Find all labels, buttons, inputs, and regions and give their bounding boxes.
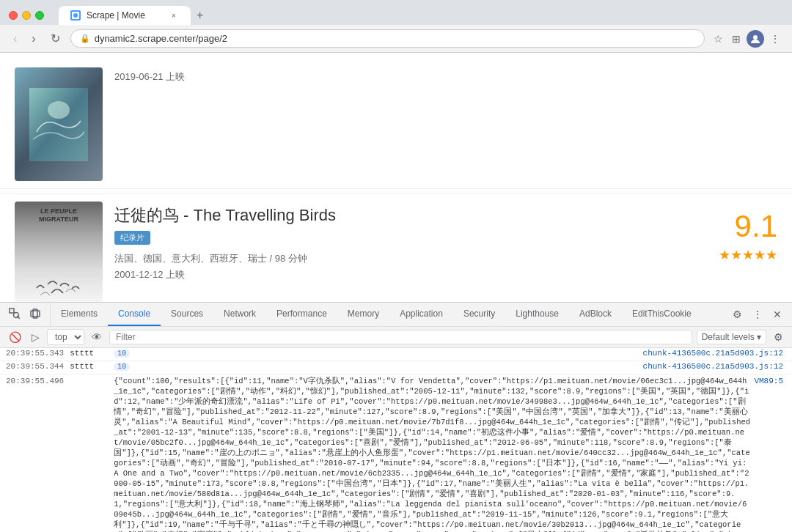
extensions-button[interactable]: ⊞ (729, 30, 744, 48)
devtools-toolbar: Elements Console Sources Network Perform… (0, 303, 792, 327)
movie-poster-2: LE PEUPLE MIGRATEUR (15, 202, 103, 302)
console-file-link[interactable]: chunk-4136500c.21a5d903.js:12 (643, 362, 792, 371)
console-clear-button[interactable]: 🚫 (6, 328, 24, 346)
tab-console[interactable]: Console (108, 303, 161, 326)
movie-title-2: 迁徙的鸟 - The Travelling Birds (114, 204, 707, 226)
movie-meta-2: 法国、德国、意大利、西班牙、瑞士 / 98 分钟 (114, 252, 707, 265)
console-vm-link[interactable]: VM89:5 (754, 377, 792, 385)
tab-network[interactable]: Network (213, 303, 266, 326)
svg-point-2 (753, 35, 758, 40)
tab-close-button[interactable]: × (169, 10, 179, 21)
traffic-lights (9, 11, 44, 20)
reload-button[interactable]: ↻ (46, 30, 65, 47)
movie-card-1: 2019-06-21 上映 (0, 60, 792, 189)
console-row-json: 20:39:55.496 {"count":100,"results":[{"i… (0, 374, 792, 532)
movie-tag-2: 纪录片 (114, 231, 150, 245)
devtools-more-button[interactable]: ⋮ (748, 304, 767, 325)
movie-info-2: 迁徙的鸟 - The Travelling Birds 纪录片 法国、德国、意大… (114, 202, 707, 302)
devtools-settings-button[interactable]: ⚙ (728, 304, 747, 325)
new-tab-button[interactable]: + (191, 6, 209, 25)
tab-editthiscookie[interactable]: EditThisCookie (622, 303, 702, 326)
movie-date-2: 2001-12-12 上映 (114, 268, 707, 281)
console-filter-toggle[interactable]: ▷ (29, 328, 43, 346)
console-settings-button[interactable]: ⚙ (771, 328, 786, 346)
nav-actions: ☆ ⊞ ⋮ (711, 30, 783, 48)
lock-icon: 🔒 (80, 34, 90, 43)
minimize-window-button[interactable] (22, 11, 31, 20)
tab-sources[interactable]: Sources (161, 303, 213, 326)
maximize-window-button[interactable] (35, 11, 44, 20)
browser-chrome: Scrape | Movie × + ‹ › ↻ 🔒 dynamic2.scra… (0, 0, 792, 53)
forward-button[interactable]: › (27, 31, 40, 47)
console-context-select[interactable]: top (47, 329, 84, 345)
movie-poster-1 (15, 67, 103, 181)
menu-button[interactable]: ⋮ (767, 30, 783, 48)
devtools-close-button[interactable]: ✕ (769, 304, 786, 325)
device-toggle-button[interactable] (26, 303, 44, 326)
console-count: 10 (114, 363, 130, 371)
console-source: stttt (70, 362, 114, 371)
address-text: dynamic2.scrape.center/page/2 (95, 33, 695, 44)
title-bar: Scrape | Movie × + (0, 0, 792, 25)
console-row: 20:39:55.344 stttt 10 chunk-4136500c.21a… (0, 361, 792, 374)
console-toolbar: 🚫 ▷ top 👁 Default levels ▾ ⚙ (0, 327, 792, 348)
console-file-link[interactable]: chunk-4136500c.21a5d903.js:12 (643, 349, 792, 358)
console-row: 20:39:55.343 stttt 10 chunk-4136500c.21a… (0, 348, 792, 361)
console-output: 20:39:55.343 stttt 10 chunk-4136500c.21a… (0, 348, 792, 532)
user-avatar[interactable] (747, 30, 764, 48)
inspect-element-button[interactable] (6, 303, 23, 326)
movie-score-2: 9.1 ★★★★★ (719, 202, 777, 302)
tab-favicon (70, 10, 81, 21)
address-bar[interactable]: 🔒 dynamic2.scrape.center/page/2 (70, 29, 705, 48)
tab-elements[interactable]: Elements (51, 303, 108, 326)
svg-rect-5 (10, 309, 14, 313)
console-levels-dropdown[interactable]: Default levels ▾ (697, 330, 766, 344)
bookmark-button[interactable]: ☆ (711, 30, 726, 48)
console-eye-button[interactable]: 👁 (89, 330, 105, 344)
tab-bar: Scrape | Movie × + (59, 6, 209, 25)
movie-info-1: 2019-06-21 上映 (114, 67, 777, 181)
tab-adblock[interactable]: AdBlock (569, 303, 622, 326)
console-message-json: {"count":100,"results":[{"id":11,"name":… (114, 376, 754, 532)
console-timestamp: 20:39:55.496 (0, 377, 70, 385)
console-timestamp: 20:39:55.343 (0, 349, 70, 358)
devtools-tabs: Elements Console Sources Network Perform… (51, 303, 722, 326)
devtools-panel: Elements Console Sources Network Perform… (0, 302, 792, 532)
console-source: stttt (70, 349, 114, 358)
tab-title: Scrape | Movie (87, 10, 145, 21)
tab-application[interactable]: Application (389, 303, 453, 326)
devtools-icon-group (0, 303, 51, 326)
movie-card-2[interactable]: LE PEUPLE MIGRATEUR 迁徙的鸟 - The Travellin… (0, 193, 792, 302)
nav-bar: ‹ › ↻ 🔒 dynamic2.scrape.center/page/2 ☆ … (0, 25, 792, 53)
svg-rect-7 (31, 311, 40, 317)
stars-2: ★★★★★ (719, 247, 777, 263)
score-number-2: 9.1 (719, 209, 777, 244)
devtools-actions: ⚙ ⋮ ✕ (722, 304, 792, 325)
console-filter-input[interactable] (109, 330, 692, 344)
back-button[interactable]: ‹ (9, 31, 21, 47)
svg-point-1 (73, 13, 78, 18)
tab-performance[interactable]: Performance (266, 303, 337, 326)
svg-point-4 (48, 101, 70, 119)
console-timestamp: 20:39:55.344 (0, 362, 70, 371)
tab-lighthouse[interactable]: Lighthouse (505, 303, 569, 326)
tab-memory[interactable]: Memory (337, 303, 389, 326)
page-content: 2019-06-21 上映 LE PEUPLE MIGRATEUR (0, 53, 792, 302)
browser-tab[interactable]: Scrape | Movie × (59, 6, 191, 25)
tab-security[interactable]: Security (453, 303, 505, 326)
svg-point-6 (14, 312, 19, 317)
console-count: 10 (114, 350, 130, 358)
close-window-button[interactable] (9, 11, 18, 20)
movie-date-top: 2019-06-21 上映 (114, 70, 777, 84)
